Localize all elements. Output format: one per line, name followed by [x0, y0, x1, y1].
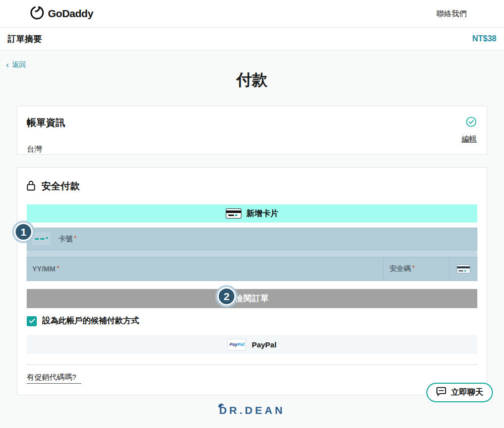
order-summary-title: 訂單摘要 — [8, 33, 42, 45]
divider — [27, 365, 477, 365]
lock-icon — [27, 180, 35, 193]
order-summary-bar: 訂單摘要 NT$38 — [0, 28, 504, 50]
secure-payment-heading: 安全付款 — [27, 180, 477, 193]
billing-edit-link[interactable]: 編輯 — [462, 134, 477, 144]
expiry-field[interactable]: YY/MM* — [27, 257, 383, 280]
drdean-logo-text: DR.DEAN — [219, 404, 285, 416]
secure-payment-title: 安全付款 — [41, 180, 80, 193]
expiry-label: YY/MM* — [32, 265, 59, 273]
cvv-card-icon — [457, 264, 470, 273]
card-number-field[interactable]: 1 卡號* — [27, 228, 477, 250]
card-number-label: 卡號* — [58, 235, 77, 244]
check-circle-icon — [466, 120, 477, 129]
required-asterisk: * — [412, 264, 415, 271]
chat-bubble-icon — [436, 387, 447, 398]
promo-code-link[interactable]: 有促銷代碼嗎? — [27, 373, 81, 384]
card-number-icon — [31, 232, 51, 246]
chevron-left-icon: ‹ — [6, 61, 9, 68]
godaddy-logo[interactable]: GoDaddy — [29, 5, 93, 22]
card-fields-block: 1 卡號* YY/MM* 安全碼* — [27, 228, 477, 281]
add-card-tab[interactable]: 新增卡片 — [27, 204, 477, 223]
paypal-label: PayPal — [251, 340, 276, 349]
required-asterisk: * — [57, 265, 59, 272]
backup-payment-label: 設為此帳戶的候補付款方式 — [42, 316, 139, 326]
paypal-button[interactable]: PayPal PayPal — [27, 335, 477, 354]
cvv-field[interactable]: 安全碼* — [383, 257, 449, 280]
credit-card-icon — [226, 208, 241, 219]
back-link-label: 返回 — [12, 60, 26, 69]
add-card-label: 新增卡片 — [246, 208, 279, 219]
cvv-label: 安全碼* — [390, 264, 415, 273]
live-chat-label: 立即聊天 — [451, 387, 483, 398]
godaddy-go-icon — [29, 5, 44, 22]
checkout-page: GoDaddy 聯絡我們 訂單摘要 NT$38 ‹ 返回 付款 帳單資訊 台灣 — [0, 0, 504, 428]
drdean-logo-icon — [218, 399, 225, 411]
step-1-badge: 1 — [14, 223, 33, 241]
billing-status: 編輯 — [462, 116, 477, 144]
required-asterisk: * — [74, 235, 77, 242]
order-total-amount: NT$38 — [472, 34, 496, 43]
brand-name: GoDaddy — [48, 8, 93, 20]
backup-payment-row: 設為此帳戶的候補付款方式 — [27, 316, 477, 326]
billing-country-value: 台灣 — [27, 145, 476, 154]
review-order-label: 檢閱訂單 — [235, 294, 269, 304]
secure-payment-card: 安全付款 新增卡片 1 卡號* YY/ — [17, 167, 487, 395]
back-link[interactable]: ‹ 返回 — [6, 60, 26, 69]
page-title: 付款 — [0, 50, 504, 91]
live-chat-button[interactable]: 立即聊天 — [426, 383, 493, 402]
content-area: ‹ 返回 付款 帳單資訊 台灣 編輯 — [0, 50, 504, 428]
paypal-logo-icon: PayPal — [227, 339, 246, 350]
expiry-cvv-row: YY/MM* 安全碼* — [27, 257, 477, 281]
field-row-spacer — [27, 250, 477, 257]
billing-info-card: 帳單資訊 台灣 編輯 — [17, 106, 487, 155]
top-header: GoDaddy 聯絡我們 — [0, 0, 504, 28]
drdean-logo: DR.DEAN — [219, 404, 285, 416]
step-2-badge: 2 — [217, 287, 236, 306]
cvv-icon-cell — [449, 257, 477, 280]
review-order-button[interactable]: 2 檢閱訂單 — [27, 289, 477, 308]
contact-us-link[interactable]: 聯絡我們 — [436, 9, 467, 19]
billing-info-title: 帳單資訊 — [27, 116, 476, 129]
backup-payment-checkbox[interactable] — [27, 316, 37, 326]
